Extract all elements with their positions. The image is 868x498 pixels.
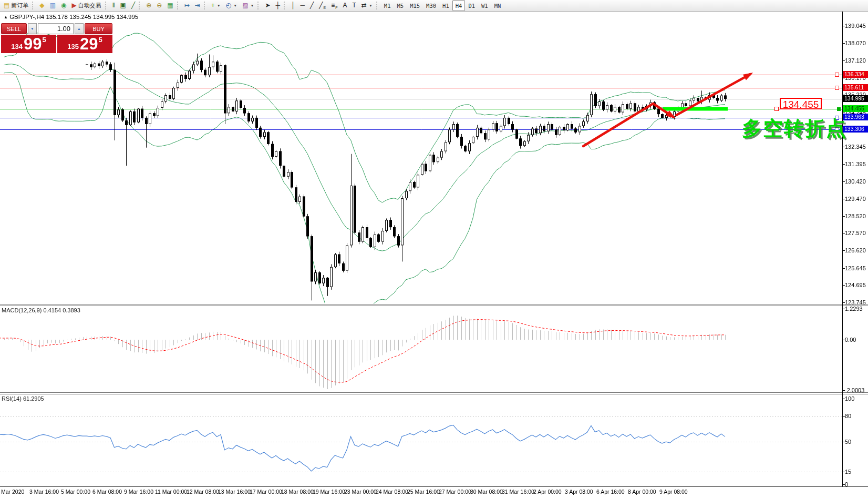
timeframe-button-h1[interactable]: H1 [439,0,452,11]
timeframe-button-m1[interactable]: M1 [381,0,394,11]
price-axis-label: 127.570 [845,230,866,236]
timeframe-button-mn[interactable]: MN [491,0,504,11]
market-windows-icon: ▥ [50,1,56,11]
line-chart-mode-button[interactable]: ╱ [129,0,138,11]
arrows-tool-button[interactable]: ⇄▼ [359,0,375,11]
market-windows-button[interactable]: ▥ [47,0,58,11]
date-axis-label: 6 Mar 08:00 [92,489,122,495]
templates-icon: ▨ [242,1,248,11]
date-axis-label: 23 Mar 00:00 [344,489,377,495]
volume-input[interactable] [38,23,74,34]
date-axis-label: 18 Mar 08:00 [281,489,314,495]
date-axis-label: 6 Apr 16:00 [596,489,625,495]
fibonacci-button[interactable]: ≡F [328,0,340,11]
price-axis-label: 132.345 [845,144,866,150]
zoom-out-icon: ⊖ [157,1,162,11]
date-axis-label: 9 Mar 16:00 [124,489,153,495]
date-axis-label: 19 Mar 16:00 [313,489,345,495]
autotrading-label: 自动交易 [78,2,101,9]
dropdown-arrow-icon: ▼ [251,4,254,7]
buy-button[interactable]: BUY [85,23,112,34]
price-axis-label: 130.420 [845,178,866,185]
sell-button[interactable]: SELL [1,23,27,34]
text-label-button[interactable]: T [349,0,358,11]
text-icon: A [343,1,347,11]
timeframe-button-d1[interactable]: D1 [465,0,478,11]
cursor-button[interactable]: ➤ [262,0,273,11]
tile-windows-icon: ▦ [167,1,173,11]
timeframe-button-m30[interactable]: M30 [423,0,439,11]
chart-canvas[interactable] [0,0,868,498]
chart-shift-button[interactable]: ⇥ [192,0,203,11]
dropdown-arrow-icon: ▼ [369,4,373,7]
price-axis-label: 128.520 [845,213,866,219]
auto-scroll-button[interactable]: ↦ [182,0,192,11]
date-axis-label: 2 Apr 00:00 [533,489,562,495]
indicators-button[interactable]: +▼ [209,0,223,11]
symbol-name: GBPJPY-,H4 [9,14,44,20]
timeframe-button-m5[interactable]: M5 [394,0,407,11]
date-axis-label: 12 Mar 08:00 [187,489,219,495]
buy-price-big-figure: 135 [67,43,79,50]
pivot-point-annotation[interactable]: 多空转折点 [742,115,847,142]
zoom-in-button[interactable]: ⊕ [143,0,154,11]
crosshair-button[interactable]: ┼ [273,0,283,11]
candlestick-mode-icon: ▣ [120,1,126,11]
zoom-out-button[interactable]: ⊖ [154,0,164,11]
volume-down-button[interactable]: ▼ [28,23,37,34]
periods-button[interactable]: ◴▼ [223,0,240,11]
toolbar-grip [177,2,180,9]
toolbar-grip [204,2,206,9]
price-axis-label: 123.745 [845,299,866,306]
timeframe-button-m15[interactable]: M15 [407,0,423,11]
price-annotation-box[interactable]: 134.455 [780,98,822,109]
signals-button[interactable]: ◉ [58,0,69,11]
layers-button[interactable]: ◆ [37,0,47,11]
arrows-tool-icon: ⇄ [361,1,367,11]
date-axis-label: 5 Mar 00:00 [61,489,90,495]
sell-price-display[interactable]: 134995 [1,35,56,53]
text-button[interactable]: A [340,0,349,11]
buy-price-point: 5 [98,36,102,44]
trendline-button[interactable]: ╱ [307,0,316,11]
toolbar-grip [284,2,286,9]
price-line-badge: 134.455 [843,105,868,112]
indicators-icon: + [211,1,215,11]
main-toolbar: ▤新订单◆▥◉▶自动交易‖▣╱⊕⊖▦↦⇥+▼◴▼▨▼➤┼│─╱╱E≡FAT⇄▼M… [0,0,868,12]
new-order-button[interactable]: ▤新订单 [1,0,31,11]
buy-price-display[interactable]: 135295 [57,35,112,53]
sell-price-point: 5 [42,36,46,44]
date-axis-label: 8 Apr 00:00 [628,489,656,495]
equidistant-channel-button[interactable]: ╱E [316,0,328,11]
macd-axis-label: 1.2293 [845,306,863,312]
tile-windows-button[interactable]: ▦ [164,0,175,11]
horizontal-line-button[interactable]: ─ [298,0,308,11]
date-axis-label: 30 Mar 08:00 [470,489,503,495]
toolbar-grip [32,2,35,9]
rsi-axis-label: 80 [845,413,851,419]
zoom-in-icon: ⊕ [146,1,151,11]
rsi-axis-label: 15 [845,469,851,475]
trendline-icon: ╱ [310,1,314,11]
timeframe-button-w1[interactable]: W1 [478,0,491,11]
vertical-line-button[interactable]: │ [288,0,298,11]
price-axis-label: 124.695 [845,282,866,288]
volume-up-button[interactable]: ▲ [75,23,84,34]
date-axis-label: 13 Mar 16:00 [218,489,251,495]
buy-price-pips: 29 [80,35,98,53]
macd-axis-label: 0.00 [845,337,856,343]
price-line-badge: 133.306 [843,126,868,133]
toolbar-grip [139,2,141,9]
dropdown-arrow-icon: ▼ [233,4,237,7]
autotrading-button[interactable]: ▶自动交易 [69,0,104,11]
tool-sub-letter: E [324,5,326,11]
bar-chart-mode-button[interactable]: ‖ [110,0,118,11]
price-axis-label: 138.070 [845,40,866,46]
dropdown-arrow-icon: ▼ [217,4,221,7]
timeframe-button-h4[interactable]: H4 [452,0,466,11]
candlestick-mode-button[interactable]: ▣ [118,0,129,11]
templates-button[interactable]: ▨▼ [240,0,256,11]
line-chart-mode-icon: ╱ [131,1,135,11]
symbol-info-line: ▲ GBPJPY-,H4 135.178 135.245 134.995 134… [4,14,138,20]
layers-icon: ◆ [39,1,44,11]
